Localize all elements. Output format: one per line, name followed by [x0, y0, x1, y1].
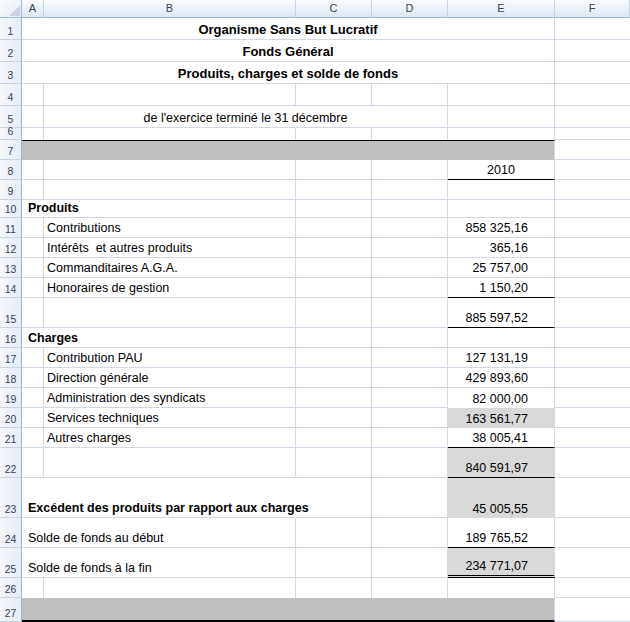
empty-cell[interactable]	[372, 180, 448, 200]
row-header-7[interactable]: 7	[0, 140, 22, 160]
empty-cell[interactable]	[296, 218, 372, 238]
empty-cell[interactable]	[296, 180, 372, 200]
empty-cell[interactable]	[555, 388, 630, 408]
empty-cell[interactable]	[555, 368, 630, 388]
empty-cell[interactable]	[22, 298, 44, 328]
empty-cell[interactable]	[372, 258, 448, 278]
empty-cell[interactable]	[372, 278, 448, 298]
empty-cell[interactable]	[372, 478, 448, 518]
empty-cell[interactable]	[448, 128, 555, 140]
row-header-19[interactable]: 19	[0, 388, 22, 408]
row-header-24[interactable]: 24	[0, 518, 22, 548]
cell-interets-value[interactable]: 365,16	[448, 238, 555, 258]
separator-band-bottom[interactable]	[22, 598, 555, 622]
empty-cell[interactable]	[22, 218, 44, 238]
cell-excedent-value[interactable]: 45 005,55	[448, 478, 555, 518]
empty-cell[interactable]	[22, 278, 44, 298]
empty-cell[interactable]	[296, 448, 372, 478]
column-header-b[interactable]: B	[44, 0, 296, 18]
empty-cell[interactable]	[555, 18, 630, 40]
empty-cell[interactable]	[372, 298, 448, 328]
empty-cell[interactable]	[372, 218, 448, 238]
row-header-10[interactable]: 10	[0, 200, 22, 218]
empty-cell[interactable]	[44, 160, 296, 180]
empty-cell[interactable]	[296, 428, 372, 448]
empty-cell[interactable]	[296, 278, 372, 298]
row-header-26[interactable]: 26	[0, 578, 22, 598]
cell-autres-charges-value[interactable]: 38 005,41	[448, 428, 555, 448]
empty-cell[interactable]	[22, 368, 44, 388]
cell-charges-header[interactable]: Charges	[22, 328, 296, 348]
cell-solde-debut-label[interactable]: Solde de fonds au début	[22, 518, 296, 548]
empty-cell[interactable]	[555, 408, 630, 428]
row-header-20[interactable]: 20	[0, 408, 22, 428]
empty-cell[interactable]	[296, 348, 372, 368]
empty-cell[interactable]	[372, 238, 448, 258]
cell-contribution-pau-label[interactable]: Contribution PAU	[44, 348, 296, 368]
title-organization[interactable]: Organisme Sans But Lucratif	[22, 18, 555, 40]
empty-cell[interactable]	[22, 160, 44, 180]
empty-cell[interactable]	[296, 328, 372, 348]
cell-year[interactable]: 2010	[448, 160, 555, 180]
column-header-a[interactable]: A	[22, 0, 44, 18]
empty-cell[interactable]	[372, 328, 448, 348]
empty-cell[interactable]	[296, 200, 372, 218]
row-header-3[interactable]: 3	[0, 62, 22, 84]
row-header-17[interactable]: 17	[0, 348, 22, 368]
empty-cell[interactable]	[44, 298, 296, 328]
empty-cell[interactable]	[44, 448, 296, 478]
column-header-c[interactable]: C	[296, 0, 372, 18]
row-header-12[interactable]: 12	[0, 238, 22, 258]
empty-cell[interactable]	[555, 106, 630, 128]
cell-autres-charges-label[interactable]: Autres charges	[44, 428, 296, 448]
empty-cell[interactable]	[448, 200, 555, 218]
empty-cell[interactable]	[296, 298, 372, 328]
empty-cell[interactable]	[22, 128, 44, 140]
cell-services-techniques-value[interactable]: 163 561,77	[448, 408, 555, 428]
empty-cell[interactable]	[372, 518, 448, 548]
empty-cell[interactable]	[44, 180, 296, 200]
empty-cell[interactable]	[22, 180, 44, 200]
empty-cell[interactable]	[555, 278, 630, 298]
empty-cell[interactable]	[555, 478, 630, 518]
cell-direction-generale-label[interactable]: Direction générale	[44, 368, 296, 388]
empty-cell[interactable]	[372, 408, 448, 428]
row-header-27[interactable]: 27	[0, 598, 22, 622]
empty-cell[interactable]	[555, 448, 630, 478]
empty-cell[interactable]	[448, 106, 555, 128]
empty-cell[interactable]	[372, 160, 448, 180]
empty-cell[interactable]	[555, 84, 630, 106]
row-header-18[interactable]: 18	[0, 368, 22, 388]
empty-cell[interactable]	[296, 160, 372, 180]
empty-cell[interactable]	[22, 348, 44, 368]
cell-commanditaires-value[interactable]: 25 757,00	[448, 258, 555, 278]
empty-cell[interactable]	[555, 238, 630, 258]
empty-cell[interactable]	[22, 428, 44, 448]
cell-solde-fin-label[interactable]: Solde de fonds à la fin	[22, 548, 296, 578]
row-header-1[interactable]: 1	[0, 18, 22, 40]
empty-cell[interactable]	[22, 388, 44, 408]
empty-cell[interactable]	[372, 548, 448, 578]
empty-cell[interactable]	[372, 128, 448, 140]
column-header-f[interactable]: F	[555, 0, 630, 18]
cell-contributions-label[interactable]: Contributions	[44, 218, 296, 238]
empty-cell[interactable]	[448, 180, 555, 200]
empty-cell[interactable]	[372, 84, 448, 106]
row-header-16[interactable]: 16	[0, 328, 22, 348]
row-header-22[interactable]: 22	[0, 448, 22, 478]
column-header-d[interactable]: D	[372, 0, 448, 18]
empty-cell[interactable]	[296, 84, 372, 106]
empty-cell[interactable]	[22, 238, 44, 258]
title-fund[interactable]: Fonds Général	[22, 40, 555, 62]
cell-solde-fin-value[interactable]: 234 771,07	[448, 548, 555, 578]
empty-cell[interactable]	[296, 388, 372, 408]
empty-cell[interactable]	[22, 84, 44, 106]
empty-cell[interactable]	[555, 160, 630, 180]
empty-cell[interactable]	[555, 518, 630, 548]
empty-cell[interactable]	[22, 106, 44, 128]
cell-produits-total[interactable]: 885 597,52	[448, 298, 555, 328]
empty-cell[interactable]	[296, 548, 372, 578]
cell-direction-generale-value[interactable]: 429 893,60	[448, 368, 555, 388]
cell-services-techniques-label[interactable]: Services techniques	[44, 408, 296, 428]
empty-cell[interactable]	[22, 408, 44, 428]
